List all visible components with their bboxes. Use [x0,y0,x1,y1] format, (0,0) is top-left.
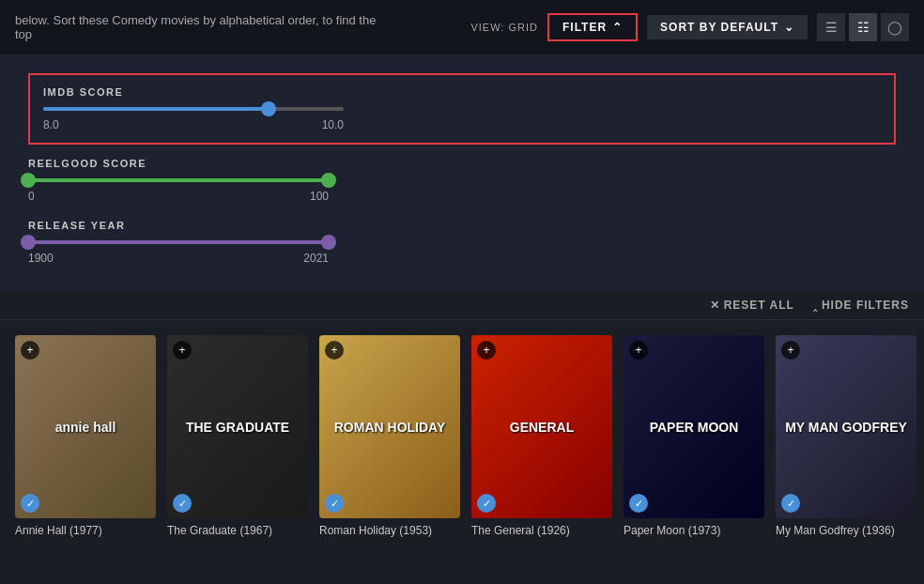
add-to-list-button[interactable]: + [477,341,496,360]
hide-filters-button[interactable]: ‸ HIDE FILTERS [813,299,909,312]
watchlist-check[interactable]: ✓ [781,494,800,513]
year-max-label: 2021 [303,252,329,265]
add-to-list-button[interactable]: + [173,341,192,360]
movie-title: The General (1926) [471,524,612,537]
description-text: below. Sort these Comedy movies by alpha… [15,13,376,41]
hide-chevron-icon: ‸ [813,299,818,312]
poster-image: PAPER MOON [624,335,764,518]
add-to-list-button[interactable]: + [325,341,344,360]
poster-image: GENERAL [471,335,612,518]
movie-card[interactable]: annie hall + ✓ Annie Hall (1977) [15,335,156,537]
view-label: VIEW: GRID [470,22,538,33]
reelgood-fill [28,178,329,182]
imdb-thumb[interactable] [261,101,276,116]
filter-button[interactable]: FILTER ⌃ [547,13,638,41]
reelgood-min-label: 0 [28,190,35,203]
chevron-up-icon: ⌃ [612,21,623,34]
imdb-track [43,107,344,111]
page-description: below. Sort these Comedy movies by alpha… [15,13,391,41]
watchlist-check[interactable]: ✓ [325,494,344,513]
movie-title: Paper Moon (1973) [624,524,764,537]
reelgood-track [28,178,329,182]
movie-title: My Man Godfrey (1936) [776,524,916,537]
year-track [28,240,329,244]
movie-poster: THE GRADUATE + ✓ [167,335,308,518]
movie-poster: MY MAN GODFREY + ✓ [776,335,916,518]
imdb-range-labels: 8.0 10.0 [43,118,344,131]
year-range-labels: 1900 2021 [28,252,329,265]
reelgood-slider[interactable] [28,178,329,182]
movie-grid: annie hall + ✓ Annie Hall (1977) THE GRA… [0,320,924,552]
list-view-button[interactable]: ☰ [817,13,845,41]
movie-card[interactable]: GENERAL + ✓ The General (1926) [471,335,612,537]
poster-image: THE GRADUATE [167,335,308,518]
reelgood-range-labels: 0 100 [28,190,329,203]
reelgood-max-label: 100 [310,190,329,203]
top-bar-controls: VIEW: GRID FILTER ⌃ SORT BY DEFAULT ⌄ ☰ … [470,13,909,41]
reset-all-button[interactable]: ✕ RESET ALL [710,299,794,312]
movie-poster: ROMAN HOLIDAY + ✓ [319,335,460,518]
add-to-list-button[interactable]: + [629,341,648,360]
movie-title: The Graduate (1967) [167,524,308,537]
filter-actions: ✕ RESET ALL ‸ HIDE FILTERS [0,291,924,320]
year-thumb-right[interactable] [321,235,336,250]
reelgood-thumb-left[interactable] [21,173,36,188]
poster-image: ROMAN HOLIDAY [319,335,460,518]
poster-image: MY MAN GODFREY [776,335,916,518]
imdb-fill [43,107,269,111]
reelgood-score-filter: REELGOOD SCORE 0 100 [28,158,896,203]
top-bar: below. Sort these Comedy movies by alpha… [0,0,924,54]
filter-button-label: FILTER [562,21,607,34]
reelgood-thumb-right[interactable] [321,173,336,188]
movie-title: Roman Holiday (1953) [319,524,460,537]
watchlist-check[interactable]: ✓ [173,494,192,513]
release-year-label: RELEASE YEAR [28,220,896,231]
watchlist-check[interactable]: ✓ [21,494,39,513]
sort-button-label: SORT BY DEFAULT [660,21,778,34]
release-year-filter: RELEASE YEAR 1900 2021 [28,220,896,265]
reset-all-label: RESET ALL [724,299,794,312]
year-fill [28,240,329,244]
add-to-list-button[interactable]: + [21,341,39,360]
year-thumb-left[interactable] [21,235,36,250]
imdb-min-label: 8.0 [43,118,59,131]
reset-x-icon: ✕ [710,299,720,312]
watchlist-check[interactable]: ✓ [477,494,496,513]
sort-button[interactable]: SORT BY DEFAULT ⌄ [647,15,808,39]
imdb-max-label: 10.0 [322,118,344,131]
hide-filters-label: HIDE FILTERS [822,299,909,312]
profile-view-button[interactable]: ◯ [881,13,909,41]
year-slider[interactable] [28,240,329,244]
filter-panel: IMDB SCORE 8.0 10.0 REELGOOD SCORE 0 100 [0,54,924,291]
grid-view-button[interactable]: ☷ [849,13,877,41]
reelgood-score-label: REELGOOD SCORE [28,158,896,169]
movie-poster: GENERAL + ✓ [471,335,612,518]
movie-title: Annie Hall (1977) [15,524,156,537]
movie-poster: PAPER MOON + ✓ [624,335,764,518]
poster-image: annie hall [15,335,156,518]
chevron-down-icon: ⌄ [784,21,794,34]
movie-poster: annie hall + ✓ [15,335,156,518]
imdb-score-filter: IMDB SCORE 8.0 10.0 [28,73,896,145]
watchlist-check[interactable]: ✓ [629,494,648,513]
imdb-slider[interactable] [43,107,344,111]
movie-card[interactable]: PAPER MOON + ✓ Paper Moon (1973) [624,335,764,537]
movie-card[interactable]: THE GRADUATE + ✓ The Graduate (1967) [167,335,308,537]
view-icons-group: ☰ ☷ ◯ [817,13,909,41]
add-to-list-button[interactable]: + [781,341,800,360]
year-min-label: 1900 [28,252,54,265]
movie-card[interactable]: MY MAN GODFREY + ✓ My Man Godfrey (1936) [776,335,916,537]
imdb-score-label: IMDB SCORE [43,86,881,98]
movie-card[interactable]: ROMAN HOLIDAY + ✓ Roman Holiday (1953) [319,335,460,537]
